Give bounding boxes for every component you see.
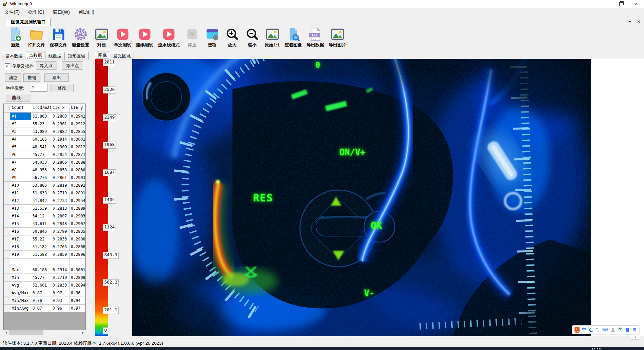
cell[interactable]: 51.539 <box>31 205 51 212</box>
cell[interactable]: 60.186 <box>31 136 51 143</box>
cell[interactable]: 0.96 <box>69 289 86 297</box>
cell[interactable]: 54.033 <box>31 159 51 166</box>
cell[interactable]: CIE x <box>51 104 69 113</box>
cell[interactable]: #13 <box>10 205 31 212</box>
export-button[interactable]: 导出 <box>44 73 69 82</box>
cell[interactable]: 53.885 <box>31 182 51 189</box>
toolbar-button[interactable]: 缩小 <box>245 27 260 48</box>
row-header-cell[interactable] <box>4 258 10 266</box>
row-header-cell[interactable] <box>4 205 10 212</box>
cell[interactable]: #17 <box>10 235 31 243</box>
cell[interactable]: #11 <box>10 189 31 197</box>
cell[interactable]: 54.12 <box>31 212 51 220</box>
modify-button[interactable]: 修改 <box>50 84 74 92</box>
row-header-cell[interactable] <box>4 189 10 197</box>
panel-splitter[interactable] <box>1 52 1 334</box>
toolbar-button[interactable]: 流水线模式 <box>158 27 180 48</box>
table-summary-row[interactable]: Min/Avg0.870.960.97 <box>4 305 86 312</box>
row-header-cell[interactable] <box>4 151 10 159</box>
simplified-mode[interactable]: 简 <box>618 327 623 332</box>
toolbar-button[interactable]: 选项 <box>204 27 220 48</box>
scroll-left-icon[interactable]: ◄ <box>3 330 9 335</box>
export-points-button[interactable]: 导出点 <box>62 61 83 70</box>
moon-icon[interactable] <box>589 327 594 332</box>
menu-item[interactable]: 文件(F) <box>0 8 24 16</box>
row-header-cell[interactable] <box>4 113 10 120</box>
table-row[interactable]: #151.8680.28030.2942 <box>4 113 86 120</box>
table-blank-row[interactable] <box>4 258 86 266</box>
restore-button[interactable] <box>613 0 629 8</box>
row-header-cell[interactable] <box>4 297 10 305</box>
cell[interactable]: 0.2763 <box>51 243 69 251</box>
cell[interactable]: 0.3001 <box>69 136 86 143</box>
cell[interactable]: 51.182 <box>31 243 51 251</box>
toolbar-gripper[interactable] <box>2 28 4 47</box>
table-summary-row[interactable]: Avg/Max0.870.970.96 <box>4 289 86 297</box>
cell[interactable]: #4 <box>10 136 31 143</box>
tab-close-icon[interactable]: ✕ <box>635 19 642 25</box>
table-row[interactable]: #1053.8850.28190.2892 <box>4 182 86 189</box>
table-row[interactable]: #1650.8460.27990.2835 <box>4 228 86 235</box>
cell[interactable]: 51.638 <box>31 189 51 197</box>
toolbar-button[interactable]: 原始1:1 <box>265 27 280 48</box>
close-button[interactable]: ✕ <box>629 0 644 8</box>
cell[interactable]: 51.868 <box>31 113 51 120</box>
chinese-mode[interactable]: 中 <box>582 327 587 332</box>
cell[interactable]: 0.2719 <box>51 274 69 282</box>
cell[interactable]: #9 <box>10 174 31 182</box>
cell[interactable]: #15 <box>10 220 31 228</box>
cell[interactable]: #19 <box>10 251 31 258</box>
row-header-cell[interactable] <box>4 282 10 289</box>
cell[interactable]: 53.611 <box>31 220 51 228</box>
windows-taskbar[interactable]: 10:27 <box>0 347 644 350</box>
import-points-button[interactable]: 导入点 <box>36 61 56 70</box>
display-operate-checkbox[interactable]: ✓ <box>5 63 10 69</box>
cell[interactable]: 0.2892 <box>69 182 86 189</box>
cell[interactable]: 0.2848 <box>51 220 69 228</box>
cell[interactable]: 0.2896 <box>69 251 86 258</box>
cell[interactable]: 0.2858 <box>51 166 69 174</box>
toolbar-button[interactable]: 对焦 <box>94 27 109 48</box>
undo-button[interactable]: 撤销 <box>23 73 40 82</box>
measurement-table[interactable]: CountL(cd/m2)CIE xCIE y#151.8680.28030.2… <box>3 104 86 336</box>
row-header-cell[interactable] <box>4 159 10 166</box>
cell[interactable]: 0.2865 <box>51 159 69 166</box>
table-header-row[interactable]: CountL(cd/m2)CIE xCIE y <box>4 104 86 113</box>
cell[interactable]: 0.2889 <box>69 205 86 212</box>
cell[interactable]: 0.2901 <box>51 120 69 128</box>
scroll-right-icon[interactable]: ► <box>80 330 86 335</box>
row-header-cell[interactable] <box>4 274 10 282</box>
toolbar-button[interactable]: 查看图像 <box>285 27 302 48</box>
cell[interactable]: 45.77 <box>31 274 51 282</box>
table-row[interactable]: #1553.6110.28480.2907 <box>4 220 86 228</box>
cell[interactable]: #10 <box>10 182 31 189</box>
table-horizontal-scrollbar[interactable]: ◄ ► <box>3 330 86 336</box>
cell[interactable]: 0.2954 <box>69 197 86 205</box>
cell[interactable]: 0.2833 <box>51 235 69 243</box>
toolbar-button[interactable]: 连续测试 <box>136 27 153 48</box>
toolbar-button[interactable]: 保存文件 <box>50 27 67 48</box>
row-header-cell[interactable] <box>4 197 10 205</box>
cell[interactable]: 0.87 <box>31 289 51 297</box>
table-row[interactable]: #353.0890.28820.2855 <box>4 128 86 136</box>
cell[interactable]: Avg/Max <box>10 289 31 297</box>
punctuation-mode[interactable]: °, <box>596 327 600 332</box>
cell[interactable]: 0.2830 <box>69 166 86 174</box>
cell[interactable]: 0.2914 <box>51 266 69 274</box>
cell[interactable]: #8 <box>10 166 31 174</box>
menu-item[interactable]: 帮助(H) <box>74 8 99 16</box>
table-row[interactable]: #1755.220.28330.2988 <box>4 235 86 243</box>
cell[interactable]: 0.2914 <box>51 136 69 143</box>
menu-item[interactable]: 操作(C) <box>24 8 48 16</box>
cell[interactable]: #3 <box>10 128 31 136</box>
cell[interactable]: 0.3001 <box>69 266 86 274</box>
toolbar-button[interactable]: 导出图片 <box>329 27 346 48</box>
cell[interactable]: #5 <box>10 143 31 151</box>
cell[interactable]: 0.2733 <box>51 197 69 205</box>
cell[interactable]: #1 <box>10 113 31 120</box>
table-row[interactable]: #1851.1820.27630.2808 <box>4 243 86 251</box>
settings-gear-icon[interactable]: ⚙ <box>632 327 637 332</box>
table-row[interactable]: #848.9560.28580.2830 <box>4 166 86 174</box>
row-header-cell[interactable] <box>4 228 10 235</box>
cell[interactable]: Min <box>10 274 31 282</box>
